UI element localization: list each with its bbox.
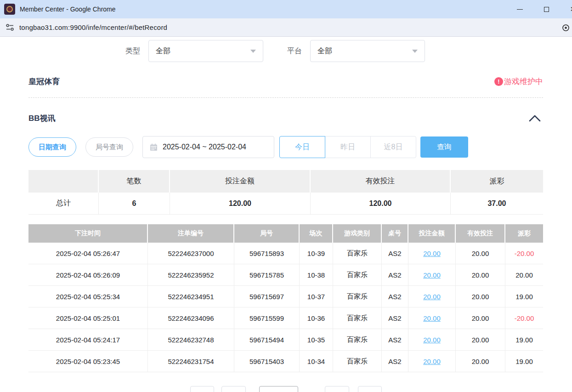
pagination: [28, 386, 543, 392]
bet-amount-link[interactable]: 20.00: [408, 264, 456, 286]
round-query-button[interactable]: 局号查询: [85, 137, 133, 157]
summary-header-valid-bet: 有效投注: [311, 170, 451, 193]
summary-valid-bet-value: 120.00: [311, 193, 451, 215]
target-icon[interactable]: [562, 24, 570, 32]
summary-header-bet-amount: 投注金额: [170, 170, 311, 193]
bet-amount-link[interactable]: 20.00: [423, 358, 441, 365]
table-row: 2025-02-04 05:25:34522246234951596715697…: [28, 286, 543, 307]
header-round-number: 局号: [234, 224, 300, 243]
round-number: 596715893: [234, 243, 300, 264]
minimize-icon: [517, 9, 523, 10]
search-button[interactable]: 查询: [420, 136, 468, 158]
minimize-button[interactable]: [509, 0, 530, 18]
bet-record-table: 下注时间 注单编号 局号 场次 游戏类别 桌号 投注金额 有效投注 派彩 202…: [28, 224, 543, 372]
last-8-days-button[interactable]: 近8日: [370, 136, 416, 158]
payout: 19.00: [505, 351, 543, 372]
payout: -20.00: [505, 307, 543, 329]
summary-table: 笔数 投注金额 有效投注 派彩 总计 6 120.00 120.00 37.00: [28, 170, 543, 215]
table-number: AS2: [382, 243, 408, 264]
valid-bet: 20.00: [456, 286, 505, 307]
game-type: 百家乐: [333, 351, 382, 372]
maintenance-badge: ! 游戏维护中: [494, 76, 543, 87]
header-table-number: 桌号: [382, 224, 408, 243]
chevron-down-icon: [412, 50, 418, 53]
bb-live-title: BB视讯: [28, 113, 56, 124]
summary-header-count: 笔数: [99, 170, 170, 193]
bb-live-section-header: BB视讯: [28, 112, 543, 124]
collapse-chevron-up-icon[interactable]: [528, 114, 541, 122]
session: 10-34: [300, 351, 333, 372]
game-type: 百家乐: [333, 329, 382, 351]
bet-amount-link[interactable]: 20.00: [408, 243, 456, 264]
bet-time: 2025-02-04 05:24:17: [28, 329, 148, 351]
round-number: 596715599: [234, 307, 300, 329]
bet-table-header-row: 下注时间 注单编号 局号 场次 游戏类别 桌号 投注金额 有效投注 派彩: [28, 224, 543, 243]
bet-amount-link[interactable]: 20.00: [423, 336, 441, 344]
session: 10-35: [300, 329, 333, 351]
pagination-button[interactable]: [358, 386, 382, 392]
bet-amount-link[interactable]: 20.00: [423, 271, 441, 279]
bet-slip-number: 522246234096: [148, 307, 234, 329]
pagination-page-select[interactable]: [259, 386, 298, 392]
section-divider: [28, 97, 543, 98]
filter-row: 类型 全部 平台 全部: [28, 40, 543, 62]
pagination-button[interactable]: [221, 386, 246, 392]
bet-amount-link[interactable]: 20.00: [423, 314, 441, 322]
table-row: 2025-02-04 05:25:01522246234096596715599…: [28, 307, 543, 329]
bet-time: 2025-02-04 05:23:45: [28, 351, 148, 372]
game-type: 百家乐: [333, 307, 382, 329]
url-text[interactable]: tongbao31.com:9900/infe/mcenter/#/betRec…: [19, 23, 167, 31]
bet-amount-link[interactable]: 20.00: [408, 286, 456, 307]
window-title: Member Center - Google Chrome: [20, 6, 116, 13]
yesterday-button[interactable]: 昨日: [325, 136, 371, 158]
type-filter-select[interactable]: 全部: [148, 40, 263, 62]
date-range-value: 2025-02-04 ~ 2025-02-04: [163, 143, 246, 151]
table-row: 2025-02-04 05:24:17522246232748596715494…: [28, 329, 543, 351]
bet-amount-link[interactable]: 20.00: [408, 351, 456, 372]
bet-slip-number: 522246234951: [148, 286, 234, 307]
pagination-button[interactable]: [325, 386, 349, 392]
site-settings-icon[interactable]: [6, 23, 14, 31]
bet-slip-number: 522246231754: [148, 351, 234, 372]
platform-filter-label: 平台: [287, 46, 302, 56]
date-query-button[interactable]: 日期查询: [28, 137, 76, 157]
summary-payout-value: 37.00: [451, 193, 543, 215]
calendar-icon: [150, 143, 158, 151]
exclamation-icon: !: [494, 77, 503, 86]
header-bet-time: 下注时间: [28, 224, 148, 243]
bet-amount-link[interactable]: 20.00: [423, 250, 441, 257]
summary-total-row: 总计 6 120.00 120.00 37.00: [28, 193, 543, 215]
site-favicon-icon: [4, 4, 15, 15]
bet-record-page: 类型 全部 平台 全部 皇冠体育 ! 游戏维护中 BB视讯 日期查询 局号查询: [0, 40, 572, 392]
bet-time: 2025-02-04 05:25:01: [28, 307, 148, 329]
bet-slip-number: 522246237000: [148, 243, 234, 264]
payout: 19.00: [505, 329, 543, 351]
close-button[interactable]: ✕: [562, 0, 572, 18]
crown-sports-section-header: 皇冠体育 ! 游戏维护中: [28, 75, 543, 88]
round-number: 596715403: [234, 351, 300, 372]
browser-url-bar: tongbao31.com:9900/infe/mcenter/#/betRec…: [0, 18, 572, 37]
header-game-type: 游戏类别: [333, 224, 382, 243]
bet-amount-link[interactable]: 20.00: [408, 329, 456, 351]
game-type: 百家乐: [333, 264, 382, 286]
maintenance-text: 游戏维护中: [504, 76, 543, 87]
table-row: 2025-02-04 05:26:47522246237000596715893…: [28, 243, 543, 264]
table-row: 2025-02-04 05:26:09522246235952596715785…: [28, 264, 543, 286]
bet-amount-link[interactable]: 20.00: [408, 307, 456, 329]
round-number: 596715785: [234, 264, 300, 286]
pagination-button[interactable]: [190, 386, 214, 392]
maximize-button[interactable]: [536, 0, 557, 18]
type-filter-value: 全部: [156, 46, 250, 56]
game-type: 百家乐: [333, 243, 382, 264]
header-session: 场次: [300, 224, 333, 243]
crown-sports-title: 皇冠体育: [28, 76, 60, 87]
maximize-icon: [544, 7, 549, 12]
table-number: AS2: [382, 329, 408, 351]
summary-bet-amount-value: 120.00: [170, 193, 311, 215]
date-range-input[interactable]: 2025-02-04 ~ 2025-02-04: [142, 136, 274, 158]
bet-amount-link[interactable]: 20.00: [423, 293, 441, 301]
platform-filter-select[interactable]: 全部: [310, 40, 425, 62]
table-number: AS2: [382, 286, 408, 307]
bet-time: 2025-02-04 05:26:09: [28, 264, 148, 286]
today-button[interactable]: 今日: [279, 136, 325, 158]
